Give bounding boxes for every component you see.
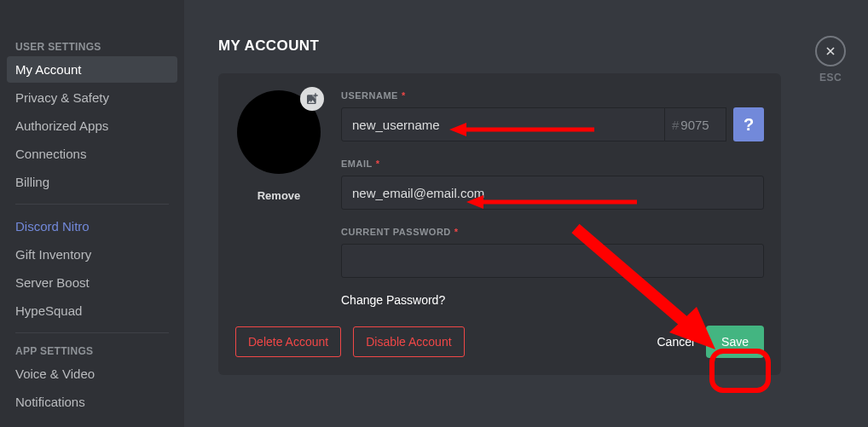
page-title: MY ACCOUNT (218, 38, 834, 55)
close-icon (824, 44, 837, 58)
close-button[interactable] (815, 36, 846, 66)
sidebar-separator (15, 332, 169, 333)
sidebar-item-connections[interactable]: Connections (7, 141, 177, 167)
delete-account-button[interactable]: Delete Account (235, 326, 341, 357)
avatar-remove-link[interactable]: Remove (258, 189, 301, 202)
username-label: USERNAME* (341, 90, 764, 101)
sidebar-item-hypesquad[interactable]: HypeSquad (7, 297, 177, 324)
sidebar-heading-user: USER SETTINGS (7, 38, 177, 56)
disable-account-button[interactable]: Disable Account (353, 326, 464, 357)
sidebar-item-notifications[interactable]: Notifications (7, 389, 177, 415)
sidebar-item-voice[interactable]: Voice & Video (7, 361, 177, 387)
change-password-link[interactable]: Change Password? (341, 293, 764, 307)
save-button[interactable]: Save (706, 326, 764, 358)
sidebar-item-gift[interactable]: Gift Inventory (7, 241, 177, 268)
fields-column: USERNAME* #9075 ? EMAIL* CURRENT PASSWOR… (341, 90, 764, 307)
email-label: EMAIL* (341, 159, 764, 169)
sidebar-item-boost[interactable]: Server Boost (7, 269, 177, 296)
required-mark: * (376, 159, 380, 169)
cancel-button[interactable]: Cancel (657, 335, 694, 349)
current-password-input[interactable] (341, 244, 764, 278)
sidebar: USER SETTINGS My Account Privacy & Safet… (0, 0, 184, 427)
main-content: MY ACCOUNT Remove USERNAME* #9075 ? (184, 0, 868, 427)
sidebar-item-privacy[interactable]: Privacy & Safety (7, 84, 177, 111)
account-card: Remove USERNAME* #9075 ? EMAIL* CURRENT … (218, 73, 781, 375)
card-footer: Delete Account Disable Account Cancel Sa… (235, 326, 764, 358)
avatar-upload-button[interactable] (300, 87, 324, 111)
sidebar-separator (15, 204, 169, 205)
hash-icon: # (672, 118, 679, 132)
image-add-icon (305, 92, 319, 106)
esc-label: ESC (819, 72, 842, 84)
discriminator-box: #9075 (665, 107, 726, 141)
sidebar-item-my-account[interactable]: My Account (7, 56, 177, 83)
username-input[interactable] (341, 107, 665, 141)
email-input[interactable] (341, 176, 764, 210)
sidebar-heading-app: APP SETTINGS (7, 342, 177, 361)
avatar-column: Remove (235, 90, 322, 307)
required-mark: * (402, 90, 406, 101)
sidebar-item-nitro[interactable]: Discord Nitro (7, 213, 177, 239)
help-button[interactable]: ? (733, 107, 764, 141)
sidebar-item-billing[interactable]: Billing (7, 169, 177, 195)
password-label: CURRENT PASSWORD* (341, 227, 764, 237)
required-mark: * (454, 227, 459, 237)
sidebar-item-auth-apps[interactable]: Authorized Apps (7, 113, 177, 139)
